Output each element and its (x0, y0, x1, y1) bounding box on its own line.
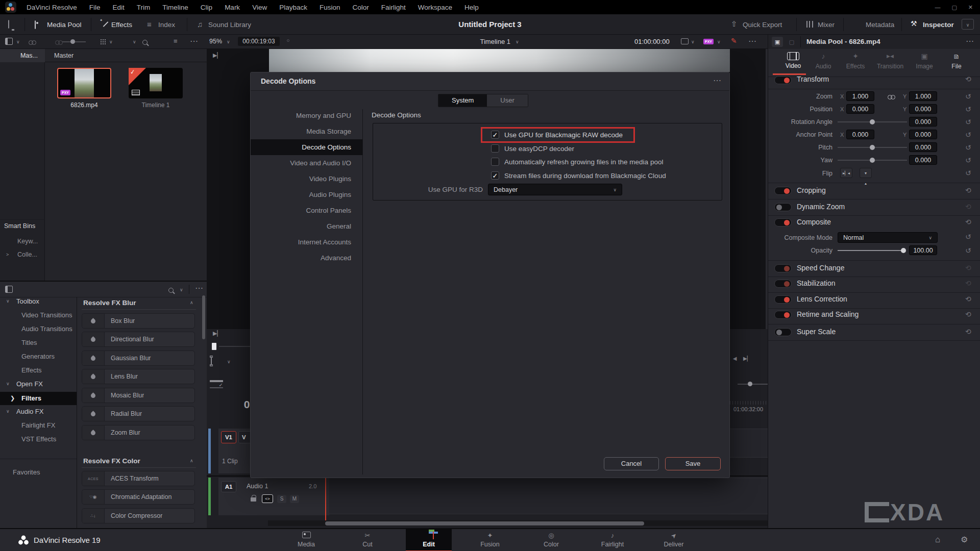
pitch-reset-icon[interactable]: ↺ (965, 143, 971, 152)
menu-mark[interactable]: Mark (218, 4, 246, 11)
tree-filters-selected[interactable]: ❯ Filters (0, 392, 77, 405)
sidebar-video-plugins[interactable]: Video Plugins (251, 171, 362, 187)
fx-item-color-compressor[interactable]: ∴↓Color Compressor (82, 508, 195, 523)
position-reset-icon[interactable]: ↺ (965, 105, 971, 113)
dynamic-zoom-toggle[interactable] (774, 203, 792, 211)
effects-button[interactable]: Effects (111, 21, 132, 29)
save-button[interactable]: Save (665, 457, 721, 470)
tree-video-transitions[interactable]: Video Transitions (21, 311, 72, 319)
transform-reset-icon[interactable]: ⟲ (965, 75, 971, 83)
effects-search-chevron-icon[interactable]: ∨ (180, 287, 183, 292)
group-color-collapse-icon[interactable]: ∧ (190, 458, 193, 463)
inspector-more-icon[interactable]: ⋯ (966, 36, 974, 46)
selection-tool-chevron-icon[interactable]: ∨ (227, 359, 231, 364)
sidebar-audio-plugins[interactable]: Audio Plugins (251, 187, 362, 203)
settings-gear-icon[interactable]: ⚙ (961, 535, 968, 544)
panel-toggle-chevron-icon[interactable]: ∨ (16, 39, 20, 44)
tree-titles[interactable]: Titles (21, 339, 37, 346)
transform-toggle[interactable] (774, 76, 792, 84)
effects-panel-toggle-icon[interactable] (5, 286, 13, 293)
checkbox-easydcp[interactable] (491, 144, 499, 153)
anchor-x-field[interactable]: 0.000 (846, 130, 874, 139)
track-a1-button[interactable]: A1 (221, 481, 236, 492)
checkbox-refresh-growing-label[interactable]: Automatically refresh growing files in t… (504, 158, 663, 166)
menu-clip[interactable]: Clip (194, 4, 218, 11)
speed-change-section-header[interactable]: Speed Change (797, 264, 844, 272)
proxy-badge-icon[interactable]: PXY (703, 39, 714, 44)
window-maximize-icon[interactable]: ▢ (951, 4, 957, 11)
smart-bin-keywords[interactable]: Keyw... (17, 238, 38, 245)
opacity-reset-icon[interactable]: ↺ (965, 246, 971, 255)
menu-workspace[interactable]: Workspace (412, 4, 458, 11)
bin-tab-master[interactable]: Mas... (0, 49, 45, 62)
speed-change-toggle[interactable] (774, 264, 792, 272)
tree-effects[interactable]: Effects (21, 366, 42, 374)
menu-file[interactable]: File (83, 4, 107, 11)
grid-view-icon[interactable] (100, 39, 106, 44)
more-options-icon[interactable]: ⋯ (190, 36, 198, 46)
zoom-chevron-icon[interactable]: ∨ (227, 39, 230, 44)
menu-timeline[interactable]: Timeline (156, 4, 194, 11)
stabilization-section-header[interactable]: Stabilization (797, 279, 836, 287)
composite-mode-reset-icon[interactable]: ↺ (965, 233, 971, 241)
position-y-field[interactable]: 0.000 (909, 104, 937, 114)
rotation-slider-handle[interactable] (870, 119, 875, 124)
super-scale-reset-icon[interactable]: ⟲ (965, 328, 971, 336)
inspector-split-icon[interactable]: ▢ (786, 37, 797, 47)
flip-reset-icon[interactable]: ↺ (965, 169, 971, 177)
next-clip-icon[interactable]: ▶▏ (743, 356, 751, 361)
timeline-scrollbar-thumb[interactable] (325, 521, 644, 525)
nav-fusion[interactable]: ✦Fusion (470, 529, 510, 551)
tree-vst-effects[interactable]: VST Effects (21, 435, 56, 443)
lens-correction-toggle[interactable] (774, 295, 792, 304)
timeline-options-icon[interactable]: ✓ (210, 380, 223, 388)
sidebar-video-audio-io[interactable]: Video and Audio I/O (251, 155, 362, 171)
tab-file[interactable]: 🗈File (940, 52, 973, 70)
retime-toggle[interactable] (774, 311, 792, 319)
clip-thumbnail-timeline1[interactable]: ✓ (129, 68, 183, 98)
selection-tool-icon[interactable] (211, 357, 212, 365)
clip-label-timeline1[interactable]: Timeline 1 (129, 102, 183, 109)
sidebar-advanced[interactable]: Advanced (251, 250, 362, 266)
checkbox-stream-cloud-label[interactable]: Stream files during download from Blackm… (504, 172, 666, 180)
tab-audio[interactable]: ♪Audio (807, 52, 840, 70)
menu-fusion[interactable]: Fusion (313, 4, 347, 11)
pitch-slider-handle[interactable] (870, 145, 875, 150)
nav-edit[interactable]: Edit (406, 529, 452, 551)
tab-effects[interactable]: ✦Effects (839, 52, 872, 70)
index-button[interactable]: Index (158, 21, 175, 29)
search-chevron-icon[interactable]: ∨ (133, 39, 136, 44)
annotation-pen-icon[interactable]: ✎ (731, 37, 737, 45)
fx-item-radial-blur[interactable]: Radial Blur (82, 406, 195, 421)
window-close-icon[interactable]: ✕ (968, 4, 973, 11)
lens-correction-section-header[interactable]: Lens Correction (797, 295, 847, 303)
quick-export-button[interactable]: Quick Export (743, 21, 782, 29)
checkbox-refresh-growing[interactable] (491, 158, 499, 166)
grid-view-chevron-icon[interactable]: ∨ (109, 39, 113, 44)
dialog-more-icon[interactable]: ⋯ (713, 76, 721, 85)
thumb-size-slider-handle[interactable] (70, 39, 75, 44)
timeline-zoom-slider[interactable] (738, 384, 769, 385)
tree-open-fx[interactable]: Open FX (16, 380, 43, 388)
retime-reset-icon[interactable]: ⟲ (965, 310, 971, 318)
opacity-slider-handle[interactable] (901, 248, 906, 253)
jump-to-end-icon[interactable]: ▶▏ (213, 52, 222, 59)
dynamic-zoom-section-header[interactable]: Dynamic Zoom (797, 203, 845, 211)
nav-fairlight[interactable]: ♪Fairlight (592, 529, 633, 551)
tree-toolbox[interactable]: Toolbox (16, 297, 39, 305)
tab-transition[interactable]: ▶◀Transition (874, 52, 906, 70)
search-icon[interactable] (142, 40, 148, 45)
tree-favorites[interactable]: Favorites (13, 468, 40, 476)
composite-mode-dropdown[interactable]: Normal∨ (838, 232, 938, 243)
fx-item-mosaic-blur[interactable]: Mosaic Blur (82, 388, 195, 403)
menu-trim[interactable]: Trim (131, 4, 157, 11)
fx-item-chromatic-adaptation[interactable]: ∵◉Chromatic Adaptation (82, 489, 195, 505)
super-scale-section-header[interactable]: Super Scale (797, 328, 836, 336)
sidebar-media-storage[interactable]: Media Storage (251, 123, 362, 139)
track-v1-button[interactable]: V1 (221, 431, 236, 443)
cancel-button[interactable]: Cancel (604, 457, 659, 470)
timeline-selector[interactable]: Timeline 1 (449, 38, 510, 45)
tree-audio-fx[interactable]: Audio FX (16, 408, 43, 415)
fx-item-zoom-blur[interactable]: Zoom Blur (82, 425, 195, 440)
prev-clip-icon[interactable]: ▏◀ (729, 356, 737, 361)
